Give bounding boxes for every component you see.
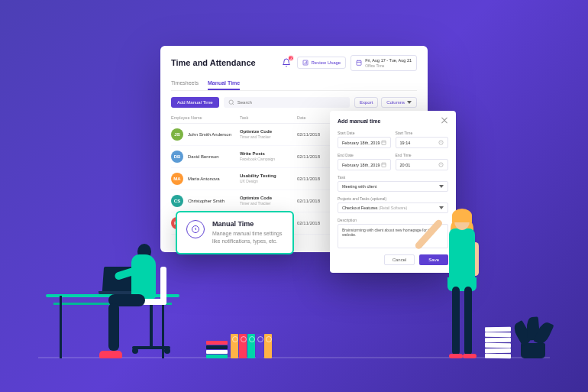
- svg-rect-6: [381, 163, 385, 167]
- columns-button[interactable]: Columns: [381, 97, 417, 108]
- calendar-icon: [356, 60, 362, 66]
- add-manual-time-button[interactable]: Add Manual Time: [171, 97, 219, 108]
- task-select[interactable]: Meeting with client: [338, 181, 448, 192]
- chevron-down-icon: [439, 206, 444, 209]
- start-date-label: Start Date: [338, 131, 391, 135]
- end-time-label: End Time: [396, 153, 449, 157]
- calendar-icon: [381, 162, 386, 167]
- cell-task: Write PostsFacebook Campaign: [240, 151, 297, 161]
- end-date-field[interactable]: February 18th, 2019: [338, 159, 391, 170]
- manual-time-tooltip: Manual Time Manage manual time settings …: [176, 211, 294, 254]
- clock-icon: [438, 162, 444, 167]
- plant-illustration: [521, 343, 545, 358]
- avatar: MA: [171, 173, 183, 185]
- description-label: Description: [338, 218, 448, 222]
- cell-name: Christopher Smith: [188, 199, 240, 203]
- start-time-label: Start Time: [396, 131, 449, 135]
- save-button[interactable]: Save: [419, 254, 448, 265]
- chevron-down-icon: [439, 185, 444, 188]
- clock-icon: [438, 140, 444, 145]
- cancel-button[interactable]: Cancel: [384, 254, 415, 265]
- cell-name: Maria Antonova: [188, 177, 240, 181]
- notification-badge: 2: [288, 55, 294, 61]
- svg-rect-1: [357, 61, 361, 66]
- avatar: DB: [171, 151, 183, 163]
- start-time-field[interactable]: 19:14: [396, 137, 449, 148]
- tabs: Timesheets Manual Time: [171, 77, 417, 91]
- end-date-label: End Date: [338, 153, 391, 157]
- cell-name: John Smith Anderson: [188, 132, 240, 137]
- calendar-icon: [381, 140, 386, 145]
- date-range-picker[interactable]: Fri, Aug 17 - Tue, Aug 21 Office Time: [351, 55, 417, 71]
- clock-plus-icon: [186, 220, 205, 238]
- avatar: JS: [171, 128, 183, 141]
- cell-name: David Bennson: [188, 154, 240, 159]
- chevron-down-icon: [407, 101, 412, 104]
- export-button[interactable]: Export: [354, 97, 378, 108]
- cell-task: Optimize CodeTimer and Tracker: [240, 196, 297, 206]
- search-input[interactable]: [224, 97, 350, 108]
- svg-point-2: [229, 100, 233, 104]
- col-employee: Employee Name: [171, 115, 240, 120]
- svg-rect-4: [381, 141, 385, 144]
- project-select[interactable]: Checkout Features (Retail Software): [338, 202, 448, 213]
- col-task: Task: [240, 115, 297, 120]
- chart-icon: [302, 60, 309, 66]
- close-icon[interactable]: [441, 117, 448, 125]
- paper-stack-illustration: [485, 326, 511, 358]
- project-label: Projects and Tasks (optional): [338, 196, 448, 201]
- search-icon: [228, 99, 234, 105]
- tab-manual-time[interactable]: Manual Time: [208, 77, 240, 90]
- notification-bell[interactable]: 2: [280, 57, 292, 69]
- modal-title: Add manual time: [338, 118, 380, 124]
- avatar: CS: [171, 195, 183, 207]
- tab-timesheets[interactable]: Timesheets: [171, 77, 199, 90]
- end-time-field[interactable]: 20:01: [396, 159, 449, 170]
- tooltip-text: Manage manual time settings like notific…: [212, 230, 283, 245]
- cell-task: Optimize CodeTimer and Tracker: [240, 129, 297, 139]
- cell-task: Usability TestingUX Design: [240, 173, 297, 183]
- review-usage-button[interactable]: Review Usage: [297, 57, 346, 69]
- start-date-field[interactable]: February 18th, 2019: [338, 137, 391, 148]
- tooltip-title: Manual Time: [212, 220, 283, 228]
- page-title: Time and Attendance: [171, 58, 256, 67]
- books-illustration: [206, 334, 272, 358]
- add-manual-time-modal: Add manual time Start Date February 18th…: [330, 111, 456, 273]
- task-label: Task: [338, 175, 448, 180]
